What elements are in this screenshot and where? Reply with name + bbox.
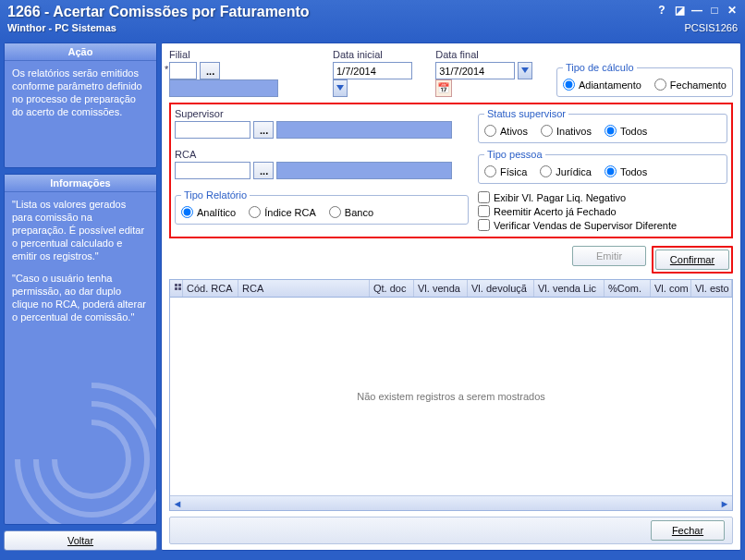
radio-fechamento[interactable]: Fechamento [654,79,727,91]
grid-col-codigo[interactable]: Cód. RCA [183,280,238,297]
data-final-dropdown-icon[interactable] [518,62,532,79]
grid-horizontal-scrollbar[interactable]: ◄ ► [170,495,732,510]
svg-marker-0 [336,85,344,91]
radio-ativos[interactable]: Ativos [484,125,528,137]
info-panel-body: "Lista os valores gerados para comissão … [5,192,156,524]
grid-col-vldevolucao[interactable]: Vl. devoluçã [468,280,534,297]
grid-corner-icon [174,283,183,292]
status-supervisor-group: Status supervisor Ativos Inativos Todos [478,108,727,143]
info-text-2: "Caso o usuário tenha permissão, ao dar … [12,272,149,323]
status-supervisor-legend: Status supervisor [484,108,568,119]
svg-rect-3 [178,284,181,286]
window-subtitle: Winthor - PC Sistemas [7,22,738,33]
data-final-label: Data final [435,49,543,60]
check-verificar[interactable]: Verificar Vendas de Supervisor Diferente [478,219,727,231]
radio-ss-todos[interactable]: Todos [605,125,647,137]
grid-col-rca[interactable]: RCA [238,280,370,297]
back-button[interactable]: Voltar [4,530,157,551]
svg-marker-1 [521,67,529,73]
help-icon[interactable]: ? [654,4,669,17]
module-code: PCSIS1266 [685,22,738,33]
svg-rect-4 [175,287,177,290]
fechar-button[interactable]: Fechar [651,520,725,541]
tipo-pessoa-group: Tipo pessoa Física Jurídica Todos [478,149,727,184]
grid-col-vlvendalic[interactable]: Vl. venda Lic [534,280,605,297]
radio-indice[interactable]: Índice RCA [249,206,316,218]
tipo-calculo-group: Tipo de cálculo Adiantamento Fechamento [556,62,733,97]
radio-banco[interactable]: Banco [329,206,373,218]
supervisor-input[interactable] [175,121,250,139]
close-icon[interactable]: ✕ [725,4,739,17]
svg-rect-2 [175,284,177,286]
grid-body: Não existem registros a serem mostrados [170,298,732,495]
radio-tp-todos[interactable]: Todos [605,165,647,177]
filial-label: Filial [169,49,320,60]
maximize-icon[interactable]: □ [707,4,722,17]
info-panel-head: Informações [5,175,156,192]
main-panel: Filial ... Data inicial Data final 📅 Tip… [161,43,741,551]
footer-bar: Fechar [169,517,733,544]
radio-adiantamento[interactable]: Adiantamento [563,79,641,91]
data-inicial-input[interactable] [333,62,412,79]
minimize-icon[interactable]: — [690,4,704,17]
supervisor-display [276,121,452,139]
filial-lookup-button[interactable]: ... [200,62,220,79]
grid-col-vlcom[interactable]: Vl. com [651,280,691,297]
action-panel-head: Ação [5,43,156,61]
supervisor-lookup-button[interactable]: ... [253,121,274,139]
info-text-1: "Lista os valores gerados para comissão … [12,198,149,262]
check-reemitir[interactable]: Reemitir Acerto já Fechado [478,205,727,217]
action-panel: Ação Os relatórios serão emitidos confor… [4,43,157,168]
grid-col-selector[interactable] [170,280,183,297]
svg-rect-5 [178,287,181,290]
tipo-calculo-legend: Tipo de cálculo [563,62,637,73]
grid-col-qtdoc[interactable]: Qt. doc [370,280,414,297]
filial-display [169,79,278,97]
confirmar-button[interactable]: Confirmar [655,250,729,270]
tipo-relatorio-group: Tipo Relatório Analítico Índice RCA Banc… [175,189,469,225]
data-inicial-dropdown-icon[interactable] [333,79,348,97]
info-panel: Informações "Lista os valores gerados pa… [4,174,157,525]
scroll-right-icon[interactable]: ► [717,497,732,510]
grid-col-vlvenda[interactable]: Vl. venda [414,280,468,297]
scroll-left-icon[interactable]: ◄ [170,497,185,510]
check-negativo[interactable]: Exibir Vl. Pagar Liq. Negativo [478,191,727,203]
results-grid: Cód. RCA RCA Qt. doc Vl. venda Vl. devol… [169,279,733,511]
edit-icon[interactable]: ◪ [672,4,687,17]
data-final-input[interactable] [435,62,515,79]
rca-label: RCA [175,149,469,160]
data-inicial-label: Data inicial [333,49,422,60]
window-title: 1266 - Acertar Comissões por Faturamento [7,4,738,20]
supervisor-label: Supervisor [175,108,469,119]
grid-empty-text: Não existem registros a serem mostrados [357,391,545,402]
grid-col-vlesto[interactable]: Vl. esto [691,280,732,297]
radio-fisica[interactable]: Física [484,165,527,177]
action-panel-body: Os relatórios serão emitidos conforme pa… [5,61,156,167]
tipo-pessoa-legend: Tipo pessoa [484,149,545,160]
rca-lookup-button[interactable]: ... [253,162,274,179]
rca-input[interactable] [175,162,250,179]
emitir-button[interactable]: Emitir [572,246,646,266]
calendar-icon[interactable]: 📅 [435,79,452,97]
grid-col-pcom[interactable]: %Com. [605,280,651,297]
radio-inativos[interactable]: Inativos [541,125,592,137]
rca-display [276,162,452,179]
grid-row-indicator: * [165,64,168,75]
highlighted-filter-box: Supervisor ... Status supervisor Ativos … [169,103,733,238]
grid-header: Cód. RCA RCA Qt. doc Vl. venda Vl. devol… [170,280,732,298]
radio-analitico[interactable]: Analítico [181,206,236,218]
tipo-relatorio-legend: Tipo Relatório [181,189,250,201]
titlebar: 1266 - Acertar Comissões por Faturamento… [0,0,745,41]
decoration-swirl [5,367,156,524]
filial-input[interactable] [169,62,197,79]
radio-juridica[interactable]: Jurídica [540,165,592,177]
